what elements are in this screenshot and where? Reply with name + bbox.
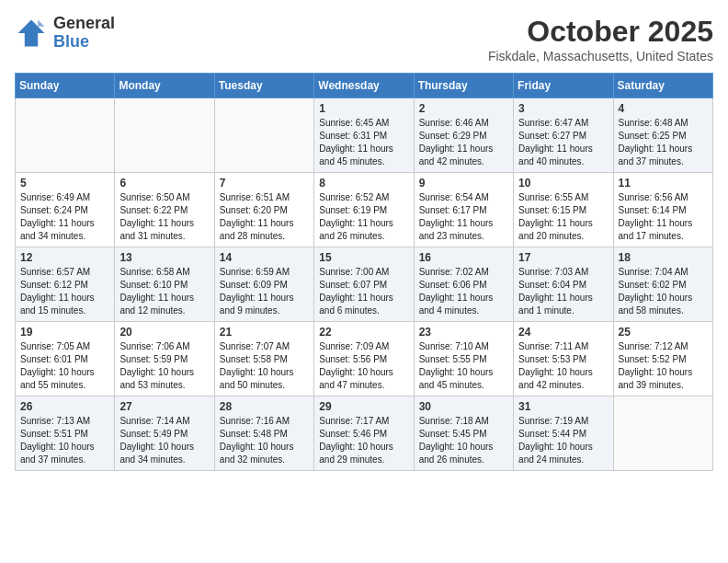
day-number: 4 [619, 102, 708, 115]
day-number: 12 [20, 251, 109, 264]
calendar-cell: 4Sunrise: 6:48 AM Sunset: 6:25 PM Daylig… [613, 98, 712, 173]
day-info: Sunrise: 7:10 AM Sunset: 5:55 PM Dayligh… [419, 340, 508, 392]
weekday-header-tuesday: Tuesday [214, 74, 313, 98]
day-number: 22 [319, 326, 408, 339]
page-header: General Blue October 2025 Fiskdale, Mass… [15, 15, 713, 63]
week-row-2: 5Sunrise: 6:49 AM Sunset: 6:24 PM Daylig… [16, 173, 713, 247]
calendar-cell: 20Sunrise: 7:06 AM Sunset: 5:59 PM Dayli… [115, 322, 214, 396]
day-number: 20 [119, 326, 209, 339]
day-info: Sunrise: 7:02 AM Sunset: 6:06 PM Dayligh… [419, 266, 508, 317]
calendar-cell [16, 98, 115, 173]
day-info: Sunrise: 6:56 AM Sunset: 6:14 PM Dayligh… [619, 191, 708, 243]
calendar-cell: 6Sunrise: 6:50 AM Sunset: 6:22 PM Daylig… [115, 173, 214, 247]
day-info: Sunrise: 6:54 AM Sunset: 6:17 PM Dayligh… [419, 191, 508, 243]
calendar-cell: 24Sunrise: 7:11 AM Sunset: 5:53 PM Dayli… [514, 322, 613, 396]
calendar-cell: 10Sunrise: 6:55 AM Sunset: 6:15 PM Dayli… [514, 173, 613, 247]
calendar-cell: 28Sunrise: 7:16 AM Sunset: 5:48 PM Dayli… [214, 396, 313, 471]
calendar-cell: 18Sunrise: 7:04 AM Sunset: 6:02 PM Dayli… [613, 247, 712, 322]
day-info: Sunrise: 6:48 AM Sunset: 6:25 PM Dayligh… [619, 117, 708, 168]
calendar-cell: 23Sunrise: 7:10 AM Sunset: 5:55 PM Dayli… [414, 322, 513, 396]
day-number: 8 [319, 177, 408, 190]
weekday-header-sunday: Sunday [16, 74, 115, 98]
logo: General Blue [15, 15, 115, 52]
day-info: Sunrise: 6:58 AM Sunset: 6:10 PM Dayligh… [119, 266, 209, 317]
day-info: Sunrise: 7:19 AM Sunset: 5:44 PM Dayligh… [518, 415, 608, 466]
calendar-cell [214, 98, 313, 173]
calendar-cell: 8Sunrise: 6:52 AM Sunset: 6:19 PM Daylig… [314, 173, 414, 247]
location: Fiskdale, Massachusetts, United States [488, 49, 713, 63]
calendar-cell: 29Sunrise: 7:17 AM Sunset: 5:46 PM Dayli… [314, 396, 414, 471]
calendar-cell: 25Sunrise: 7:12 AM Sunset: 5:52 PM Dayli… [613, 322, 712, 396]
weekday-header-saturday: Saturday [613, 74, 712, 98]
day-number: 27 [119, 400, 209, 413]
calendar-cell: 31Sunrise: 7:19 AM Sunset: 5:44 PM Dayli… [514, 396, 613, 471]
logo-blue-text: Blue [53, 33, 115, 52]
day-info: Sunrise: 6:49 AM Sunset: 6:24 PM Dayligh… [20, 191, 109, 243]
day-info: Sunrise: 7:14 AM Sunset: 5:49 PM Dayligh… [119, 415, 209, 466]
day-info: Sunrise: 6:50 AM Sunset: 6:22 PM Dayligh… [119, 191, 209, 243]
calendar-cell: 2Sunrise: 6:46 AM Sunset: 6:29 PM Daylig… [414, 98, 513, 173]
day-number: 13 [119, 251, 209, 264]
day-number: 24 [518, 326, 608, 339]
calendar-cell: 30Sunrise: 7:18 AM Sunset: 5:45 PM Dayli… [414, 396, 513, 471]
week-row-1: 1Sunrise: 6:45 AM Sunset: 6:31 PM Daylig… [16, 98, 713, 173]
day-number: 14 [220, 251, 309, 264]
day-number: 19 [20, 326, 109, 339]
calendar-cell [613, 396, 712, 471]
day-info: Sunrise: 6:51 AM Sunset: 6:20 PM Dayligh… [220, 191, 309, 243]
calendar-cell: 12Sunrise: 6:57 AM Sunset: 6:12 PM Dayli… [16, 247, 115, 322]
logo-icon [15, 17, 48, 50]
day-number: 16 [419, 251, 508, 264]
day-info: Sunrise: 7:12 AM Sunset: 5:52 PM Dayligh… [619, 340, 708, 392]
calendar-cell [115, 98, 214, 173]
calendar-cell: 16Sunrise: 7:02 AM Sunset: 6:06 PM Dayli… [414, 247, 513, 322]
calendar-cell: 13Sunrise: 6:58 AM Sunset: 6:10 PM Dayli… [115, 247, 214, 322]
day-number: 1 [319, 102, 408, 115]
svg-marker-1 [38, 19, 44, 26]
day-info: Sunrise: 7:09 AM Sunset: 5:56 PM Dayligh… [319, 340, 408, 392]
day-number: 5 [20, 177, 109, 190]
day-info: Sunrise: 7:16 AM Sunset: 5:48 PM Dayligh… [220, 415, 309, 466]
weekday-header-row: SundayMondayTuesdayWednesdayThursdayFrid… [16, 74, 713, 98]
week-row-5: 26Sunrise: 7:13 AM Sunset: 5:51 PM Dayli… [16, 396, 713, 471]
weekday-header-thursday: Thursday [414, 74, 513, 98]
day-info: Sunrise: 7:05 AM Sunset: 6:01 PM Dayligh… [20, 340, 109, 392]
day-number: 25 [619, 326, 708, 339]
calendar-cell: 9Sunrise: 6:54 AM Sunset: 6:17 PM Daylig… [414, 173, 513, 247]
day-number: 30 [419, 400, 508, 413]
day-number: 3 [518, 102, 608, 115]
day-number: 18 [619, 251, 708, 264]
day-info: Sunrise: 7:13 AM Sunset: 5:51 PM Dayligh… [20, 415, 109, 466]
day-info: Sunrise: 6:55 AM Sunset: 6:15 PM Dayligh… [518, 191, 608, 243]
day-number: 21 [220, 326, 309, 339]
calendar-cell: 27Sunrise: 7:14 AM Sunset: 5:49 PM Dayli… [115, 396, 214, 471]
day-info: Sunrise: 7:17 AM Sunset: 5:46 PM Dayligh… [319, 415, 408, 466]
logo-general-text: General [53, 15, 115, 33]
day-number: 11 [619, 177, 708, 190]
day-number: 9 [419, 177, 508, 190]
day-info: Sunrise: 7:04 AM Sunset: 6:02 PM Dayligh… [619, 266, 708, 317]
calendar-cell: 11Sunrise: 6:56 AM Sunset: 6:14 PM Dayli… [613, 173, 712, 247]
calendar-cell: 3Sunrise: 6:47 AM Sunset: 6:27 PM Daylig… [514, 98, 613, 173]
calendar-cell: 5Sunrise: 6:49 AM Sunset: 6:24 PM Daylig… [16, 173, 115, 247]
weekday-header-friday: Friday [514, 74, 613, 98]
day-info: Sunrise: 6:47 AM Sunset: 6:27 PM Dayligh… [518, 117, 608, 168]
day-number: 2 [419, 102, 508, 115]
day-number: 31 [518, 400, 608, 413]
day-info: Sunrise: 7:11 AM Sunset: 5:53 PM Dayligh… [518, 340, 608, 392]
day-info: Sunrise: 7:03 AM Sunset: 6:04 PM Dayligh… [518, 266, 608, 317]
week-row-3: 12Sunrise: 6:57 AM Sunset: 6:12 PM Dayli… [16, 247, 713, 322]
calendar-cell: 19Sunrise: 7:05 AM Sunset: 6:01 PM Dayli… [16, 322, 115, 396]
day-info: Sunrise: 7:00 AM Sunset: 6:07 PM Dayligh… [319, 266, 408, 317]
calendar-cell: 1Sunrise: 6:45 AM Sunset: 6:31 PM Daylig… [314, 98, 414, 173]
calendar-cell: 7Sunrise: 6:51 AM Sunset: 6:20 PM Daylig… [214, 173, 313, 247]
day-number: 10 [518, 177, 608, 190]
day-number: 29 [319, 400, 408, 413]
calendar-cell: 26Sunrise: 7:13 AM Sunset: 5:51 PM Dayli… [16, 396, 115, 471]
title-block: October 2025 Fiskdale, Massachusetts, Un… [488, 15, 713, 63]
day-number: 6 [119, 177, 209, 190]
day-number: 23 [419, 326, 508, 339]
calendar-cell: 21Sunrise: 7:07 AM Sunset: 5:58 PM Dayli… [214, 322, 313, 396]
calendar-table: SundayMondayTuesdayWednesdayThursdayFrid… [15, 73, 713, 471]
day-info: Sunrise: 6:46 AM Sunset: 6:29 PM Dayligh… [419, 117, 508, 168]
